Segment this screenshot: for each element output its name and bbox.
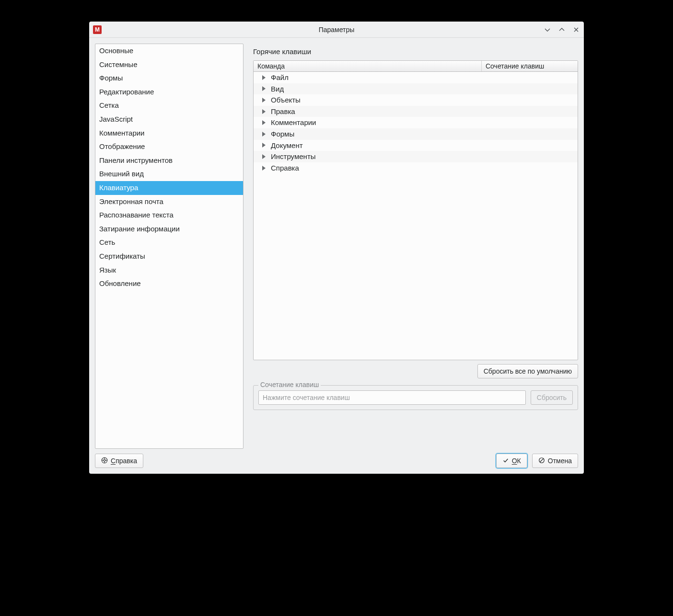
sidebar-item[interactable]: Формы — [95, 71, 243, 85]
tree-category-label: Документ — [271, 140, 303, 151]
tree-category-label: Комментарии — [271, 117, 316, 128]
sidebar-item[interactable]: Клавиатура — [95, 181, 243, 195]
shortcut-input[interactable]: Нажмите сочетание клавиш — [258, 390, 526, 405]
tree-category-row[interactable]: Формы — [254, 128, 578, 140]
chevron-right-icon — [262, 154, 267, 159]
tree-category-label: Объекты — [271, 95, 301, 105]
chevron-right-icon — [262, 132, 267, 137]
sidebar-item[interactable]: Комментарии — [95, 126, 243, 140]
tree-category-row[interactable]: Справка — [254, 162, 578, 174]
tree-category-label: Файл — [271, 72, 289, 83]
tree-category-row[interactable]: Документ — [254, 140, 578, 151]
cancel-button-label: Отмена — [548, 457, 572, 465]
sidebar-item[interactable]: Сетка — [95, 99, 243, 113]
preferences-window: Параметры ОсновныеСистемныеФормыРедактир… — [89, 22, 584, 474]
help-button[interactable]: Справка — [95, 454, 143, 468]
shortcut-group: Сочетание клавиш Нажмите сочетание клави… — [253, 385, 578, 410]
tree-category-row[interactable]: Файл — [254, 72, 578, 83]
group-label: Сочетание клавиш — [258, 381, 321, 388]
maximize-button[interactable] — [558, 26, 566, 34]
tree-category-label: Вид — [271, 84, 284, 94]
shortcut-tree[interactable]: Команда Сочетание клавиш ФайлВидОбъектыП… — [253, 60, 578, 360]
sidebar-item[interactable]: Сертификаты — [95, 250, 243, 263]
main-panel: Горячие клавиши Команда Сочетание клавиш… — [253, 44, 578, 449]
sidebar-item[interactable]: Электронная почта — [95, 195, 243, 209]
sidebar-item[interactable]: Отображение — [95, 140, 243, 154]
chevron-right-icon — [262, 143, 267, 148]
tree-category-label: Правка — [271, 106, 295, 117]
dialog-footer: Справка ОК Отмена — [89, 452, 584, 474]
section-title: Горячие клавиши — [253, 47, 578, 56]
tree-category-label: Формы — [271, 129, 294, 139]
window-title: Параметры — [89, 26, 584, 34]
window-controls — [544, 26, 580, 34]
chevron-right-icon — [262, 166, 267, 171]
reset-shortcut-button[interactable]: Сбросить — [531, 390, 573, 405]
help-icon — [101, 457, 108, 465]
chevron-right-icon — [262, 120, 267, 125]
chevron-right-icon — [262, 109, 267, 114]
col-shortcut[interactable]: Сочетание клавиш — [482, 61, 578, 71]
sidebar-item[interactable]: Основные — [95, 44, 243, 58]
sidebar-item[interactable]: Редактирование — [95, 85, 243, 99]
tree-category-row[interactable]: Инструменты — [254, 151, 578, 162]
check-icon — [502, 457, 509, 465]
content-area: ОсновныеСистемныеФормыРедактированиеСетк… — [89, 38, 584, 452]
tree-body[interactable]: ФайлВидОбъектыПравкаКомментарииФормыДоку… — [254, 72, 578, 360]
chevron-right-icon — [262, 75, 267, 80]
minimize-button[interactable] — [544, 26, 551, 34]
sidebar-item[interactable]: Панели инструментов — [95, 154, 243, 168]
titlebar: Параметры — [89, 22, 584, 38]
sidebar-item[interactable]: Язык — [95, 263, 243, 277]
tree-category-row[interactable]: Правка — [254, 106, 578, 117]
reset-all-button[interactable]: Сбросить все по умолчанию — [477, 364, 578, 378]
sidebar-item[interactable]: Внешний вид — [95, 167, 243, 181]
chevron-right-icon — [262, 86, 267, 91]
shortcut-input-placeholder: Нажмите сочетание клавиш — [263, 394, 350, 401]
tree-header: Команда Сочетание клавиш — [254, 61, 578, 72]
ok-button-label: ОК — [512, 457, 521, 465]
tree-category-row[interactable]: Вид — [254, 83, 578, 95]
sidebar-item[interactable]: Распознавание текста — [95, 208, 243, 222]
cancel-icon — [538, 457, 545, 465]
tree-category-row[interactable]: Комментарии — [254, 117, 578, 128]
tree-category-label: Инструменты — [271, 151, 316, 162]
close-button[interactable] — [572, 26, 580, 34]
svg-point-3 — [104, 459, 105, 461]
chevron-right-icon — [262, 98, 267, 103]
sidebar-item[interactable]: Обновление — [95, 277, 243, 291]
category-sidebar[interactable]: ОсновныеСистемныеФормыРедактированиеСетк… — [95, 44, 244, 449]
sidebar-item[interactable]: Системные — [95, 58, 243, 72]
tree-category-label: Справка — [271, 163, 299, 173]
tree-category-row[interactable]: Объекты — [254, 94, 578, 106]
svg-line-9 — [540, 458, 543, 462]
sidebar-item[interactable]: Сеть — [95, 236, 243, 250]
sidebar-item[interactable]: Затирание информации — [95, 222, 243, 236]
ok-button[interactable]: ОК — [496, 454, 527, 468]
sidebar-item[interactable]: JavaScript — [95, 113, 243, 126]
cancel-button[interactable]: Отмена — [532, 454, 578, 468]
help-button-label: Справка — [111, 457, 137, 465]
col-command[interactable]: Команда — [254, 61, 482, 71]
